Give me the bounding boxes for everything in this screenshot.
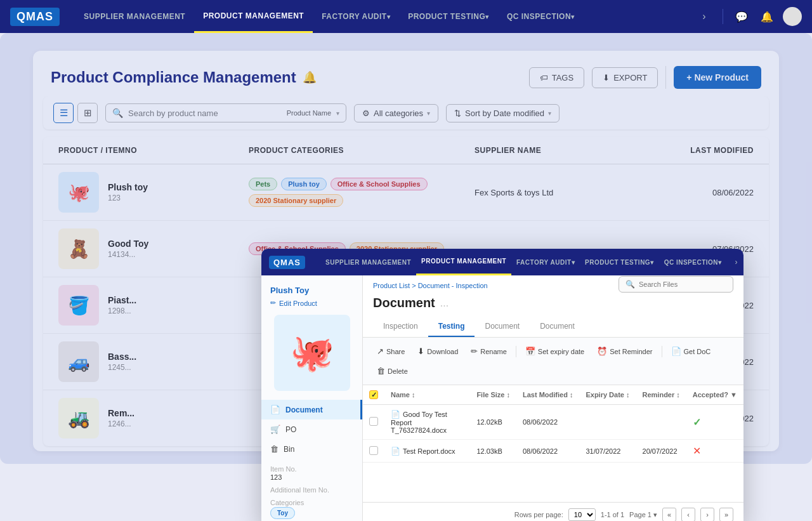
col-name[interactable]: Name ↕ xyxy=(384,385,470,405)
file-reminder-2: 20/07/2022 xyxy=(636,440,686,463)
item-no-label: Item No. xyxy=(270,465,353,473)
col-expiry[interactable]: Expiry Date ↕ xyxy=(579,385,636,405)
set-reminder-button[interactable]: ⏰ Set Reminder xyxy=(593,344,656,359)
modal-nav-factory[interactable]: FACTORY AUDIT xyxy=(511,249,580,275)
expiry-icon: 📅 xyxy=(525,346,535,356)
col-lastmodified[interactable]: Last Modified ↕ xyxy=(516,385,579,405)
col-reminder[interactable]: Reminder ↕ xyxy=(636,385,686,405)
search-files-input[interactable] xyxy=(639,280,726,288)
notification-icon[interactable]: 🔔 xyxy=(757,7,776,26)
sidebar-edit-link[interactable]: ✏ Edit Product xyxy=(261,299,362,315)
file-checkbox-2[interactable] xyxy=(369,446,378,455)
prev-page-button[interactable]: ‹ xyxy=(681,508,695,521)
col-filesize[interactable]: File Size ↕ xyxy=(470,385,516,405)
doc-file-row[interactable]: 📄Good Toy Test Report T_76327824.docx 12… xyxy=(363,405,743,440)
accepted-no-icon: ✕ xyxy=(693,445,701,456)
sidebar-menu-po[interactable]: 🛒 PO xyxy=(261,419,362,439)
breadcrumb-list[interactable]: Product List xyxy=(373,282,410,289)
file-check-2[interactable] xyxy=(363,440,384,463)
doc-table: ✓ Name ↕ File Size ↕ Last Modified ↕ Exp… xyxy=(363,385,743,463)
file-accepted-1: ✓ xyxy=(686,405,743,440)
modal-top-bar: Product List > Document - Inspection 🔍 xyxy=(363,275,743,293)
nav-qc[interactable]: QC INSPECTION xyxy=(498,0,584,33)
user-avatar[interactable] xyxy=(783,7,802,26)
modal-nav-qc[interactable]: QC INSPECTION xyxy=(659,249,727,275)
file-size-2: 12.03kB xyxy=(470,440,516,463)
download-button[interactable]: ⬇ Download xyxy=(414,344,462,359)
modal-more-icon[interactable]: › xyxy=(727,253,743,272)
modal-tabs: Inspection Testing Document Document xyxy=(363,317,743,338)
rename-button[interactable]: ✏ Rename xyxy=(467,344,511,359)
title-dots: ... xyxy=(440,298,449,309)
modal-logo[interactable]: QMAS xyxy=(269,256,305,269)
sidebar-po-label: PO xyxy=(285,425,296,434)
nav-right: › 💬 🔔 xyxy=(695,7,802,26)
search-files-icon: 🔍 xyxy=(625,280,635,289)
rows-per-page-select[interactable]: 10 25 50 xyxy=(568,508,596,521)
last-page-button[interactable]: » xyxy=(719,508,733,521)
nav-supplier[interactable]: SUPPLIER MANAGEMENT xyxy=(75,0,194,33)
delete-button[interactable]: 🗑 Delete xyxy=(373,364,412,378)
tab-document-1[interactable]: Document xyxy=(475,317,530,337)
sidebar-product-name: Plush Toy xyxy=(261,286,362,299)
bin-icon: 🗑 xyxy=(270,444,278,454)
set-expiry-button[interactable]: 📅 Set expiry date xyxy=(521,344,588,359)
modal-nav-product[interactable]: PRODUCT MANAGEMENT xyxy=(416,249,511,275)
modal-sidebar: Plush Toy ✏ Edit Product 🐙 📄 Document 🛒 … xyxy=(261,275,363,521)
file-icon-2: 📄 xyxy=(391,447,400,456)
doc-toolbar: ↗ Share ⬇ Download ✏ Rename 📅 Set expiry… xyxy=(363,338,743,385)
sidebar-document-label: Document xyxy=(285,406,323,414)
file-accepted-2: ✕ xyxy=(686,440,743,463)
file-checkbox-1[interactable] xyxy=(369,417,378,426)
file-modified-1: 08/06/2022 xyxy=(516,405,579,440)
toolbar-divider-1 xyxy=(516,346,516,357)
page-label: Page 1 ▾ xyxy=(629,511,657,519)
file-name-2: 📄Test Report.docx xyxy=(384,440,470,463)
doc-search: 🔍 xyxy=(619,276,733,293)
rename-icon: ✏ xyxy=(471,346,478,356)
share-button[interactable]: ↗ Share xyxy=(373,344,409,359)
download-icon: ⬇ xyxy=(417,346,424,356)
col-accepted[interactable]: Accepted? ▼ xyxy=(686,385,743,405)
share-icon: ↗ xyxy=(377,346,384,356)
sidebar-product-thumb: 🐙 xyxy=(274,315,350,391)
app-logo[interactable]: QMAS xyxy=(10,8,60,26)
file-check-1[interactable] xyxy=(363,405,384,440)
category-chip[interactable]: Toy xyxy=(270,507,295,519)
doc-pagination: Rows per page: 10 25 50 1-1 of 1 Page 1 … xyxy=(363,502,743,521)
modal-main: Product List > Document - Inspection 🔍 D… xyxy=(363,275,743,521)
modal-nav-supplier[interactable]: SUPPLIER MANAGEMENT xyxy=(320,249,416,275)
file-expiry-1 xyxy=(579,405,636,440)
chat-icon[interactable]: 💬 xyxy=(732,7,751,26)
select-all-checkbox[interactable]: ✓ xyxy=(369,390,378,399)
reminder-icon: ⏰ xyxy=(597,346,607,356)
sidebar-menu-bin[interactable]: 🗑 Bin xyxy=(261,439,362,459)
document-title: Document ... xyxy=(363,293,743,317)
nav-divider-1 xyxy=(723,9,723,24)
categories-label: Categories xyxy=(270,499,353,506)
doc-table-wrap: ✓ Name ↕ File Size ↕ Last Modified ↕ Exp… xyxy=(363,385,743,502)
file-modified-2: 08/06/2022 xyxy=(516,440,579,463)
document-icon: 📄 xyxy=(270,405,280,414)
modal-nav-testing[interactable]: PRODUCT TESTING xyxy=(580,249,659,275)
nav-testing[interactable]: PRODUCT TESTING xyxy=(399,0,498,33)
modal-window: QMAS SUPPLIER MANAGEMENT PRODUCT MANAGEM… xyxy=(261,249,743,521)
nav-more-icon[interactable]: › xyxy=(695,7,714,26)
nav-product[interactable]: PRODUCT MANAGEMENT xyxy=(194,0,313,33)
tab-inspection[interactable]: Inspection xyxy=(373,317,428,337)
first-page-button[interactable]: « xyxy=(662,508,676,521)
next-page-button[interactable]: › xyxy=(700,508,714,521)
col-check: ✓ xyxy=(363,385,384,405)
file-expiry-2: 31/07/2022 xyxy=(579,440,636,463)
breadcrumb: Product List > Document - Inspection xyxy=(363,275,498,293)
file-name-1: 📄Good Toy Test Report T_76327824.docx xyxy=(384,405,470,440)
item-no-value: 123 xyxy=(270,473,353,481)
tab-document-2[interactable]: Document xyxy=(530,317,585,337)
sidebar-menu-document[interactable]: 📄 Document xyxy=(261,400,362,419)
nav-factory[interactable]: FACTORY AUDIT xyxy=(313,0,399,33)
top-navigation: QMAS SUPPLIER MANAGEMENT PRODUCT MANAGEM… xyxy=(0,0,812,33)
tab-testing[interactable]: Testing xyxy=(428,317,475,337)
file-reminder-1 xyxy=(636,405,686,440)
doc-file-row[interactable]: 📄Test Report.docx 12.03kB 08/06/2022 31/… xyxy=(363,440,743,463)
get-doc-button[interactable]: 📄 Get DoC xyxy=(667,344,715,359)
